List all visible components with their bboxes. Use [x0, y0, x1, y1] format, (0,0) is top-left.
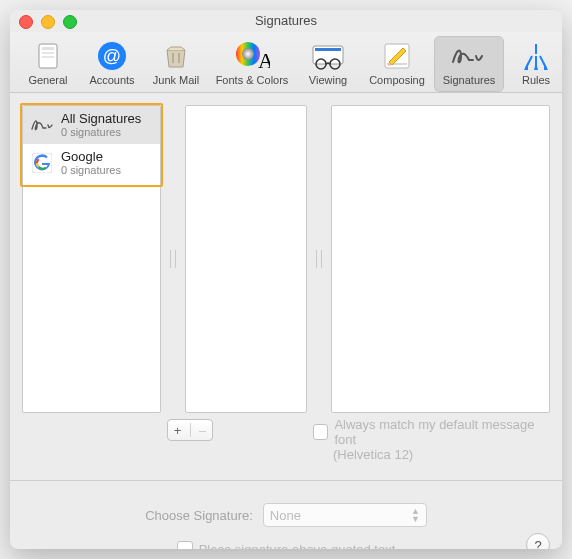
tab-label: Fonts & Colors — [216, 74, 289, 86]
minimize-window-button[interactable] — [41, 15, 55, 29]
svg-text:@: @ — [103, 46, 121, 66]
add-signature-button[interactable]: + — [170, 423, 186, 438]
svg-rect-7 — [178, 53, 180, 63]
close-window-button[interactable] — [19, 15, 33, 29]
account-all-signatures[interactable]: All Signatures 0 signatures — [23, 106, 160, 144]
remove-signature-button[interactable]: – — [195, 423, 211, 438]
window-controls — [19, 15, 77, 29]
zoom-window-button[interactable] — [63, 15, 77, 29]
tab-label: Composing — [369, 74, 425, 86]
svg-rect-6 — [172, 53, 174, 63]
signatures-list[interactable] — [185, 105, 307, 413]
accounts-list[interactable]: All Signatures 0 signatures Google 0 sig… — [22, 105, 161, 413]
tab-fonts-colors[interactable]: A Fonts & Colors — [208, 36, 296, 92]
junk-mail-icon — [156, 40, 196, 72]
account-google[interactable]: Google 0 signatures — [23, 144, 160, 182]
signature-editor[interactable] — [331, 105, 550, 413]
pane-resize-handle[interactable] — [315, 105, 323, 413]
viewing-icon — [308, 40, 348, 72]
svg-point-9 — [242, 48, 254, 60]
tab-label: Signatures — [443, 74, 496, 86]
svg-marker-18 — [544, 62, 548, 70]
tab-accounts[interactable]: @ Accounts — [80, 36, 144, 92]
general-icon — [28, 40, 68, 72]
choose-signature-label: Choose Signature: — [145, 508, 253, 523]
pane-resize-handle[interactable] — [169, 105, 177, 413]
choose-signature-value: None — [270, 508, 301, 523]
composing-icon — [377, 40, 417, 72]
choose-signature-popup[interactable]: None ▲▼ — [263, 503, 427, 527]
rules-icon — [516, 40, 556, 72]
google-icon — [31, 152, 53, 174]
signature-icon — [31, 114, 53, 136]
tab-composing[interactable]: Composing — [360, 36, 434, 92]
preferences-toolbar: General @ Accounts Junk Mail A Fonts & C… — [10, 32, 562, 93]
content-area: All Signatures 0 signatures Google 0 sig… — [10, 93, 562, 549]
add-remove-buttons: + – — [167, 419, 213, 441]
tab-label: General — [28, 74, 67, 86]
match-font-checkbox[interactable] — [313, 424, 328, 440]
svg-text:A: A — [258, 48, 270, 72]
choose-signature-row: Choose Signature: None ▲▼ — [22, 503, 550, 527]
svg-rect-1 — [42, 47, 54, 50]
place-above-checkbox-row: Place signature above quoted text — [22, 541, 550, 549]
popup-arrows-icon: ▲▼ — [411, 507, 420, 523]
tab-label: Junk Mail — [153, 74, 199, 86]
match-font-sublabel: (Helvetica 12) — [333, 447, 550, 462]
account-subtitle: 0 signatures — [61, 126, 141, 138]
match-font-checkbox-row: Always match my default message font — [313, 417, 550, 447]
tab-signatures[interactable]: Signatures — [434, 36, 504, 92]
help-button[interactable]: ? — [526, 533, 550, 549]
svg-marker-19 — [534, 62, 538, 70]
divider — [10, 480, 562, 481]
fonts-colors-icon: A — [232, 40, 272, 72]
tab-junk-mail[interactable]: Junk Mail — [144, 36, 208, 92]
svg-rect-2 — [42, 52, 54, 54]
place-above-checkbox[interactable] — [177, 541, 193, 549]
place-above-label: Place signature above quoted text — [199, 542, 396, 550]
titlebar: Signatures — [10, 10, 562, 32]
signatures-icon — [449, 40, 489, 72]
tab-viewing[interactable]: Viewing — [296, 36, 360, 92]
accounts-icon: @ — [92, 40, 132, 72]
panes-row: All Signatures 0 signatures Google 0 sig… — [22, 105, 550, 413]
tab-label: Viewing — [309, 74, 347, 86]
tab-general[interactable]: General — [16, 36, 80, 92]
account-title: Google — [61, 150, 121, 164]
svg-marker-17 — [524, 62, 528, 70]
tab-rules[interactable]: Rules — [504, 36, 562, 92]
account-title: All Signatures — [61, 112, 141, 126]
svg-rect-3 — [42, 56, 54, 58]
tab-label: Accounts — [89, 74, 134, 86]
account-subtitle: 0 signatures — [61, 164, 121, 176]
svg-rect-12 — [315, 48, 341, 51]
preferences-window: Signatures General @ Accounts Junk Mail — [10, 10, 562, 549]
tab-label: Rules — [522, 74, 550, 86]
match-font-label: Always match my default message font — [334, 417, 550, 447]
window-title: Signatures — [255, 13, 317, 28]
help-label: ? — [534, 538, 541, 550]
